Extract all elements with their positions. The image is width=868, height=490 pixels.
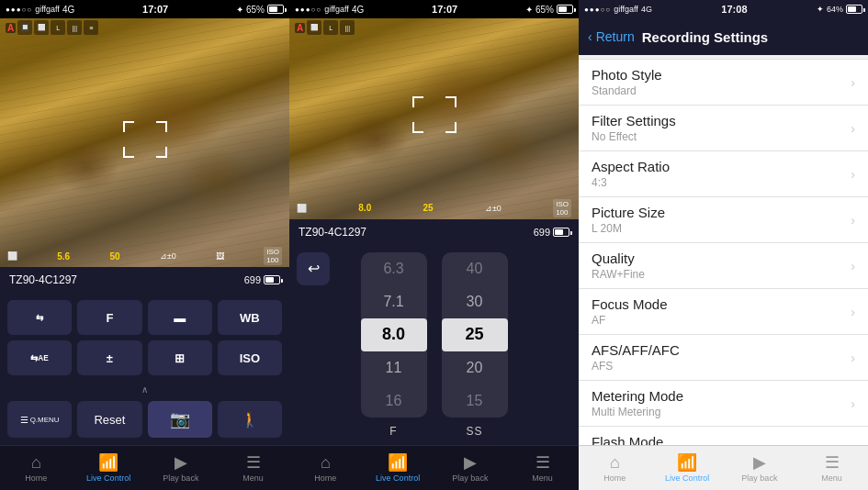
- ss-item-0: 40: [442, 252, 508, 285]
- ev-val: ⊿±0: [160, 251, 176, 261]
- afs-value: AFS: [592, 360, 680, 373]
- f-picker-drum[interactable]: 6.3 7.1 8.0 11 16: [361, 252, 427, 418]
- tab-menu-left[interactable]: ☰ Menu: [217, 446, 289, 490]
- picture-size-value: L 20M: [592, 222, 665, 235]
- ctrl-btn-ae[interactable]: ⇆AE: [7, 340, 72, 375]
- tab-livecontrol-left[interactable]: 📶 Live Control: [73, 446, 145, 490]
- expand-btn[interactable]: ∧: [7, 381, 282, 397]
- ss-picker-drum[interactable]: 40 30 25 20 15: [442, 252, 508, 418]
- battery-icon-right: [846, 5, 862, 14]
- shutter-val-mid: 25: [423, 203, 434, 213]
- tab-home-label-mid: Home: [314, 473, 336, 483]
- tab-livecontrol-label-right: Live Control: [665, 473, 709, 483]
- return-button[interactable]: ‹ Return: [588, 29, 635, 44]
- tab-bar-mid: ⌂ Home 📶 Live Control ▶ Play back ☰ Menu: [289, 445, 579, 490]
- bracket-tl-mid: [412, 96, 423, 107]
- cam-icon-2: ⬜: [34, 20, 49, 35]
- bottom-controls-left: ☰ Q.MENU Reset 📷 🚶: [7, 401, 282, 438]
- aspect-ratio-title: Aspect Ratio: [592, 159, 670, 174]
- tab-playback-label-mid: Play back: [452, 473, 488, 483]
- status-right-right: ✦ 64%: [817, 5, 862, 14]
- ctrl-btn-af[interactable]: ⊞: [148, 340, 212, 375]
- settings-item-metering[interactable]: Metering Mode Multi Metering ›: [579, 381, 868, 427]
- play-icon-left: ▶: [175, 454, 187, 471]
- cam-icons-row: A 🔲 ⬜ L ||| ≡: [6, 20, 98, 35]
- battery-pct-right: 64%: [827, 5, 843, 14]
- reset-btn[interactable]: Reset: [77, 401, 141, 438]
- battery-pct-label: 65%: [246, 5, 265, 15]
- settings-panel: ●●●○○ giffgaff 4G 17:08 ✦ 64% ‹ Return R…: [579, 0, 868, 490]
- tab-bar-left: ⌂ Home 📶 Live Control ▶ Play back ☰ Menu: [0, 445, 289, 490]
- tab-playback-left[interactable]: ▶ Play back: [145, 446, 218, 490]
- settings-item-picture-size[interactable]: Picture Size L 20M ›: [579, 197, 868, 243]
- tab-playback-right[interactable]: ▶ Play back: [724, 446, 796, 490]
- back-button-mid[interactable]: ↩: [297, 252, 330, 285]
- battery-fill-device: [265, 277, 274, 283]
- status-left-right: ●●●○○ giffgaff 4G: [584, 5, 652, 14]
- tab-menu-label-mid: Menu: [532, 473, 553, 483]
- focus-mode-title: Focus Mode: [592, 296, 668, 312]
- f-picker-group: 6.3 7.1 8.0 11 16 F: [361, 252, 427, 438]
- bluetooth-icon: ✦: [236, 5, 243, 15]
- chevron-right-icon-4: ›: [851, 259, 855, 273]
- cam-info-top-left: A 🔲 ⬜ L ||| ≡: [0, 20, 289, 35]
- status-bar-right: ●●●○○ giffgaff 4G 17:08 ✦ 64%: [579, 0, 868, 18]
- ctrl-btn-iso[interactable]: ISO: [218, 340, 282, 375]
- ss-item-4: 15: [442, 384, 508, 418]
- shutter-btn[interactable]: 📷: [148, 401, 212, 438]
- f-label: F: [389, 425, 397, 438]
- control-area-left: ⇆ F ▬ WB ⇆AE ± ⊞ ISO ∧ ☰ Q.MENU Reset 📷 …: [0, 293, 289, 445]
- battery-fill-mid: [558, 6, 567, 12]
- settings-item-afs[interactable]: AFS/AFF/AFC AFS ›: [579, 335, 868, 381]
- settings-item-quality[interactable]: Quality RAW+Fine ›: [579, 243, 868, 289]
- cam-icon-mid-2: L: [323, 20, 338, 35]
- qmenu-btn[interactable]: ☰ Q.MENU: [7, 401, 72, 438]
- ctrl-btn-aspect[interactable]: ▬: [148, 300, 212, 335]
- f-item-1: 7.1: [361, 285, 427, 318]
- network-label: 4G: [62, 5, 74, 15]
- tab-playback-mid[interactable]: ▶ Play back: [434, 446, 507, 490]
- settings-item-flash-mode[interactable]: Flash Mode Forced Flash Off ›: [579, 427, 868, 445]
- settings-item-aspect-ratio[interactable]: Aspect Ratio 4:3 ›: [579, 151, 868, 197]
- ss-item-3: 20: [442, 351, 508, 384]
- cam-info-top-mid: A ⬜ L |||: [289, 20, 579, 35]
- tab-menu-right[interactable]: ☰ Menu: [795, 446, 868, 490]
- scene-btn[interactable]: 🚶: [218, 401, 282, 438]
- f-item-3: 11: [361, 351, 427, 384]
- signal-icon: ●●●○○: [6, 6, 32, 14]
- settings-item-filter[interactable]: Filter Settings No Effect ›: [579, 106, 868, 151]
- tab-livecontrol-label-mid: Live Control: [376, 473, 420, 483]
- tab-livecontrol-right[interactable]: 📶 Live Control: [651, 446, 724, 490]
- tab-home-left[interactable]: ⌂ Home: [0, 446, 73, 490]
- viewfinder-mid: A ⬜ L ||| ⬜ 8.0 25 ⊿±0 ISO100: [289, 18, 579, 219]
- iso-val-mid: ISO100: [553, 199, 571, 217]
- tab-home-right[interactable]: ⌂ Home: [579, 446, 651, 490]
- signal-icon-mid: ●●●○○: [295, 6, 321, 14]
- scroll-picker-area: ↩ 6.3 7.1 8.0 11 16 F 40 30 25 20: [289, 245, 579, 446]
- ctrl-btn-wb[interactable]: WB: [218, 300, 282, 335]
- play-icon-mid: ▶: [464, 454, 477, 471]
- ctrl-btn-transfer[interactable]: ⇆: [7, 300, 72, 335]
- ss-item-2-selected: 25: [442, 318, 508, 351]
- chevron-right-icon-1: ›: [851, 121, 855, 136]
- quality-value: RAW+Fine: [592, 268, 645, 281]
- settings-item-photo-style[interactable]: Photo Style Standard ›: [579, 59, 868, 106]
- tab-menu-mid[interactable]: ☰ Menu: [506, 446, 579, 490]
- bracket-tl: [123, 121, 134, 132]
- ctrl-btn-ev[interactable]: ±: [77, 340, 141, 375]
- bluetooth-icon-right: ✦: [817, 5, 824, 14]
- cam-icon-5: ≡: [84, 20, 98, 35]
- auto-mode-icon-mid: A: [295, 23, 305, 33]
- settings-item-focus-mode[interactable]: Focus Mode AF ›: [579, 289, 868, 335]
- settings-item-left-1: Filter Settings No Effect: [592, 113, 676, 143]
- nav-title: Recording Settings: [642, 29, 769, 45]
- settings-item-left-4: Quality RAW+Fine: [592, 251, 645, 281]
- cam-info-bottom-mid: ⬜ 8.0 25 ⊿±0 ISO100: [289, 199, 579, 217]
- return-label: Return: [596, 29, 635, 44]
- photo-style-value: Standard: [592, 84, 662, 97]
- tab-livecontrol-mid[interactable]: 📶 Live Control: [362, 446, 434, 490]
- cam-icons-row-mid: A ⬜ L |||: [295, 20, 355, 35]
- flash-mode-title: Flash Mode: [592, 434, 673, 445]
- tab-home-mid[interactable]: ⌂ Home: [289, 446, 362, 490]
- ctrl-btn-f[interactable]: F: [77, 300, 141, 335]
